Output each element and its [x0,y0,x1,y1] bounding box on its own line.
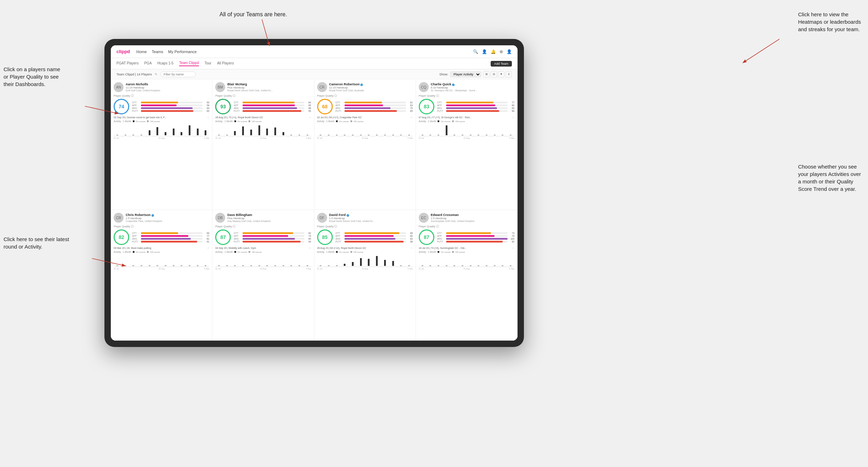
quality-circle[interactable]: 93 [215,99,231,114]
bar-oncourse [234,131,236,135]
user-menu-icon[interactable]: 👤 [507,49,512,54]
player-name[interactable]: Dave Billingham [227,213,311,217]
stat-bar-ott [344,232,399,234]
quality-label: Player Quality ⓘ [215,225,311,228]
bar-col [435,266,442,266]
bar-col [247,266,255,266]
player-card[interactable]: CR Cameron Robertson✓ 11-15 Handicap Roy… [314,79,416,210]
stat-bar-putt [141,110,193,112]
bar-col [499,135,507,135]
quality-circle[interactable]: 85 [317,229,333,245]
stat-row-putt: PUTT 91 [132,240,209,243]
recent-round[interactable]: 04 Sep 23 | Mobility with coach, Gym → [215,246,311,250]
bar-oncourse [392,135,394,135]
player-header: CR Cameron Robertson✓ 11-15 Handicap Roy… [317,82,413,92]
nav-teams[interactable]: Teams [152,50,163,54]
stat-value-arg: 75 [407,107,413,109]
quality-circle[interactable]: 87 [215,229,231,245]
recent-round[interactable]: 02 Jul 23 | 59 (+17), Craigmillar Park G… [317,116,413,119]
recent-round[interactable]: 26 Aug 23 | 73 (+1), Royal North Devon G… [215,116,311,119]
stat-bar-ott [242,102,294,103]
player-card[interactable]: EC Edward Crossman 1-5 Handicap Sunningd… [416,210,518,341]
player-info: David Ford✓ 1-5 Handicap Royal North Dev… [329,213,413,222]
player-card[interactable]: DB Dave Billingham Plus Handicap Sog Mag… [212,210,314,341]
stat-row-arg: ARG 75 [336,107,413,109]
stat-label-ott: OTT [336,232,343,234]
date-end: 4 Sep [407,137,412,139]
player-card[interactable]: BM Blair McHarg Plus Handicap Royal Nort… [212,79,314,210]
add-team-button[interactable]: Add Team [491,61,512,67]
tab-all-players[interactable]: All Players [217,61,234,66]
tab-team-clippd[interactable]: Team Clippd [179,61,199,66]
search-icon[interactable]: 🔍 [473,49,478,54]
stat-row-putt: PUTT 95 [234,110,311,112]
bar-oncourse [376,135,378,135]
stat-bar-container [242,104,304,106]
legend-oncourse-text: On course [441,251,451,253]
nav-my-performance[interactable]: My Performance [168,50,197,54]
recent-round[interactable]: 02 Sep 23 | Sunrise round to get back in… [114,116,209,119]
bar-oncourse [218,266,220,266]
edit-icon[interactable]: ✎ [155,73,158,76]
stat-label-ott: OTT [132,101,140,104]
player-name[interactable]: Cameron Robertson✓ [329,82,413,86]
stat-label-putt: PUTT [336,240,343,243]
notifications-icon[interactable]: 🔔 [491,49,496,54]
activity-section: Activity · 1 Month On course Off course [215,251,311,270]
tab-hcaps[interactable]: Hcaps 1-5 [158,61,174,66]
recent-round[interactable]: 03 Mar 23 | 19, Must make putting → [114,246,209,250]
recent-round[interactable]: 18 Jul 23 | 74 (+4), Sunningdale GC - Ol… [419,246,514,250]
player-name[interactable]: Aaron Nicholls [126,82,209,86]
grid-view-icon[interactable]: ⊞ [483,71,490,78]
tab-pga[interactable]: PGA [144,61,152,66]
player-name[interactable]: Edward Crossman [431,213,514,217]
bar-oncourse [384,135,386,135]
stat-row-arg: ARG 83 [336,238,413,240]
stat-label-arg: ARG [132,107,140,109]
player-card[interactable]: CQ Charlie Quick✓ 6-10 Handicap St. Geor… [416,79,518,210]
bar-col [443,125,450,135]
bar-col [215,135,223,135]
player-name[interactable]: David Ford✓ [329,213,413,217]
activity-chart [215,124,311,136]
bar-col [146,266,153,266]
bar-col [178,132,185,135]
legend-oncourse-dot [133,120,135,122]
players-arrow [85,99,127,120]
show-select[interactable]: Player Activity [450,72,481,77]
activity-legend: On course Off course [234,120,262,123]
legend-oncourse-dot [336,120,338,122]
player-card[interactable]: DF David Ford✓ 1-5 Handicap Royal North … [314,210,416,341]
player-name[interactable]: Blair McHarg [227,82,311,86]
stat-bar-container [141,102,202,103]
quality-circle[interactable]: 87 [419,229,434,245]
tab-pgat-players[interactable]: PGAT Players [116,61,138,66]
stat-row-arg: ARG 85 [234,238,311,240]
info-icon[interactable]: ℹ [506,71,512,78]
bar-col [341,264,349,266]
activity-chart [317,124,413,136]
stat-row-ott: OTT 82 [234,232,311,234]
table-view-icon[interactable]: ⊟ [491,71,497,78]
stat-bar-app [344,104,383,106]
recent-round[interactable]: 07 Aug 23 | 77 (+7), St George's Hill GC… [419,116,514,119]
bar-oncourse [352,135,354,135]
stat-bar-arg [242,107,297,109]
quality-circle[interactable]: 68 [317,99,333,114]
player-card[interactable]: CR Chris Robertson✓ 1-5 Handicap Craigmi… [111,210,212,341]
bar-col [256,266,263,266]
quality-circle[interactable]: 82 [114,229,129,245]
tab-tour[interactable]: Tour [205,61,211,66]
recent-round[interactable]: 26 Aug 23 | 84 (+12), Royal North Devon … [317,246,413,250]
settings-icon[interactable]: ⊕ [499,49,503,54]
player-name[interactable]: Charlie Quick✓ [431,82,514,86]
app-logo[interactable]: clippd [116,49,130,54]
stat-bar-ott [344,102,382,103]
quality-circle[interactable]: 83 [419,99,434,114]
filter-icon[interactable]: ▼ [498,71,504,78]
profile-icon[interactable]: 👤 [482,49,487,54]
nav-home[interactable]: Home [136,50,147,54]
date-mid: 21 Aug [463,137,469,139]
search-input[interactable] [160,72,196,77]
player-name[interactable]: Chris Robertson✓ [126,213,209,217]
